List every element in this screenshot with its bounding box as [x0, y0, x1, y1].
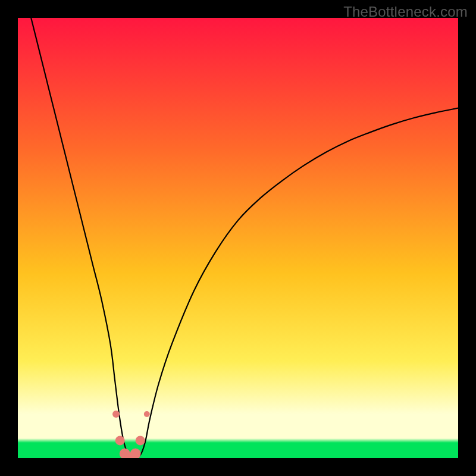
- bottleneck-curve: [31, 18, 458, 458]
- curve-layer: [18, 18, 458, 458]
- marker-dot: [130, 449, 141, 458]
- marker-dot: [136, 436, 145, 445]
- marker-dot: [112, 411, 120, 418]
- plot-area: [18, 18, 458, 458]
- marker-dot: [144, 411, 150, 417]
- chart-frame: TheBottleneck.com: [0, 0, 476, 476]
- marker-dot: [115, 436, 125, 445]
- highlighted-range-markers: [112, 411, 150, 458]
